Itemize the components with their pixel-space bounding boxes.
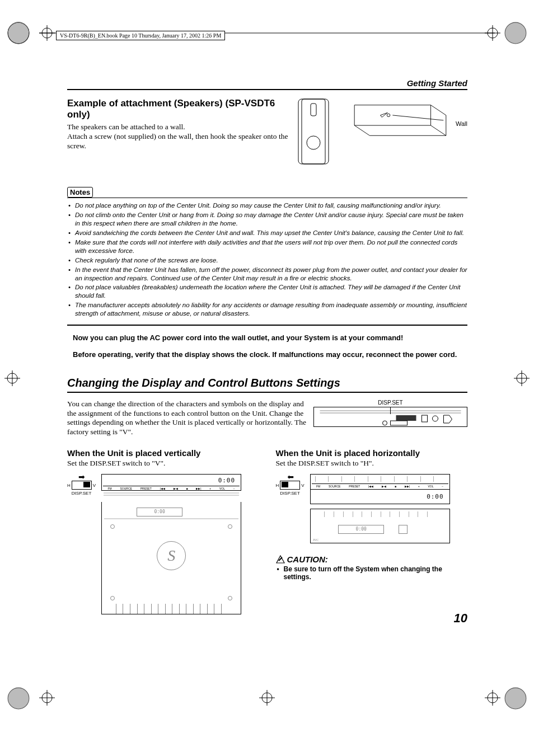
registration-mark-icon bbox=[39, 690, 55, 706]
warning-icon bbox=[276, 555, 285, 564]
corner-decoration bbox=[7, 21, 30, 45]
svg-rect-36 bbox=[396, 415, 416, 421]
unit-vertical-figure: 0:00 FMSOURCEPRESET|◀◀▶◀■▶▶|+VOL− 0:00 S bbox=[101, 474, 241, 614]
horizontal-heading: When the Unit is placed horizontally bbox=[276, 448, 468, 458]
section-header: Getting Started bbox=[67, 78, 467, 90]
book-page-header: VS-DT6-9R(B)_EN.book Page 10 Thursday, J… bbox=[56, 31, 225, 40]
caution-list: Be sure to turn off the System when chan… bbox=[276, 565, 468, 581]
note-item: Do not place valuables (breakables) unde… bbox=[67, 283, 467, 300]
changing-intro: You can change the direction of the char… bbox=[67, 400, 308, 438]
svg-rect-37 bbox=[422, 415, 428, 422]
svg-point-40 bbox=[433, 416, 438, 421]
dispset-switch-h: ➡ H V DISP.SET bbox=[276, 474, 305, 496]
svg-point-4 bbox=[505, 688, 526, 709]
arrow-left-icon: ➡ bbox=[276, 474, 305, 480]
dispset-location-figure: DISP.SET bbox=[313, 400, 467, 438]
vertical-instruction: Set the DISP.SET switch to "V". bbox=[67, 459, 259, 468]
svg-rect-38 bbox=[391, 421, 407, 425]
speaker-diagram bbox=[294, 98, 333, 165]
attachment-heading: Example of attachment (Speakers) (SP-VSD… bbox=[67, 98, 288, 120]
page-number: 10 bbox=[454, 611, 467, 626]
notes-label: Notes bbox=[67, 187, 467, 198]
corner-decoration bbox=[504, 21, 527, 45]
dispset-switch-v: ➡ H V DISP.SET bbox=[67, 474, 96, 496]
corner-decoration bbox=[7, 687, 30, 710]
registration-mark-icon bbox=[514, 370, 530, 386]
svg-point-30 bbox=[307, 136, 320, 149]
changing-heading: Changing the Display and Control Buttons… bbox=[67, 377, 467, 393]
registration-mark-icon bbox=[259, 690, 275, 706]
notes-list: Do not place anything on top of the Cent… bbox=[67, 201, 467, 326]
bold-instruction-2: Before operating, verify that the displa… bbox=[73, 350, 462, 359]
s-logo-icon: S bbox=[157, 541, 186, 570]
svg-rect-27 bbox=[298, 99, 329, 164]
note-item: The manufacturer accepts absolutely no l… bbox=[67, 301, 467, 318]
svg-rect-29 bbox=[311, 104, 316, 116]
registration-mark-icon bbox=[4, 370, 20, 386]
horizontal-instruction: Set the DISP.SET switch to "H". bbox=[276, 459, 468, 468]
corner-decoration bbox=[504, 687, 527, 710]
wall-label: Wall bbox=[456, 120, 467, 127]
vertical-heading: When the Unit is placed vertically bbox=[67, 448, 259, 458]
svg-point-2 bbox=[505, 22, 526, 44]
display-time: 0:00 bbox=[218, 477, 236, 484]
note-item: Avoid sandwiching the cords between the … bbox=[67, 229, 467, 237]
mini-display-time: 0:00 bbox=[338, 525, 384, 534]
svg-point-31 bbox=[387, 114, 390, 116]
note-item: Do not climb onto the Center Unit or han… bbox=[67, 211, 467, 228]
note-item: Do not place anything on top of the Cent… bbox=[67, 201, 467, 210]
unit-horizontal-figure: FMSOURCEPRESET|◀◀▶◀■▶▶|+VOL− 0:00 0:00 J… bbox=[310, 474, 450, 543]
wall-diagram bbox=[344, 98, 456, 143]
svg-line-32 bbox=[392, 115, 443, 120]
bold-instruction-1: Now you can plug the AC power cord into … bbox=[73, 334, 462, 342]
mini-display-time: 0:00 bbox=[137, 508, 182, 516]
registration-mark-icon bbox=[485, 690, 500, 706]
note-item: Check regularly that none of the screws … bbox=[67, 256, 467, 265]
attachment-p1: The speakers can be attached to a wall. bbox=[67, 123, 288, 132]
display-time: 0:00 bbox=[427, 493, 444, 500]
caution-item: Be sure to turn off the System when chan… bbox=[276, 565, 468, 581]
caution-heading: CAUTION: bbox=[276, 555, 468, 564]
svg-point-3 bbox=[8, 688, 29, 709]
svg-rect-28 bbox=[302, 99, 325, 164]
svg-point-39 bbox=[383, 421, 387, 425]
attachment-p2: Attach a screw (not supplied) on the wal… bbox=[67, 132, 288, 151]
note-item: In the event that the Center Unit has fa… bbox=[67, 266, 467, 283]
arrow-right-icon: ➡ bbox=[67, 474, 96, 480]
note-item: Make sure that the cords will not interf… bbox=[67, 238, 467, 255]
